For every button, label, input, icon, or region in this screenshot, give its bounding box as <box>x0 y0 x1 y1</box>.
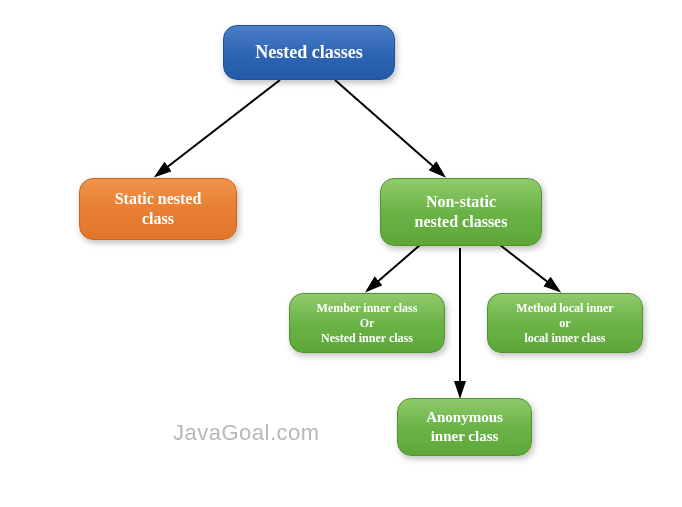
anonymous-label: Anonymousinner class <box>426 408 503 446</box>
root-label: Nested classes <box>255 41 362 64</box>
non-static-node: Non-staticnested classes <box>380 178 542 246</box>
watermark-text: JavaGoal.com <box>173 420 320 446</box>
non-static-label: Non-staticnested classes <box>415 192 508 232</box>
member-inner-node: Member inner classOrNested inner class <box>289 293 445 353</box>
root-node: Nested classes <box>223 25 395 80</box>
svg-line-1 <box>335 80 443 175</box>
svg-line-2 <box>368 245 420 290</box>
method-local-label: Method local innerorlocal inner class <box>516 301 613 346</box>
svg-line-0 <box>157 80 280 175</box>
anonymous-node: Anonymousinner class <box>397 398 532 456</box>
static-nested-node: Static nestedclass <box>79 178 237 240</box>
svg-line-3 <box>500 245 558 290</box>
member-inner-label: Member inner classOrNested inner class <box>317 301 418 346</box>
static-nested-label: Static nestedclass <box>115 189 202 229</box>
method-local-node: Method local innerorlocal inner class <box>487 293 643 353</box>
